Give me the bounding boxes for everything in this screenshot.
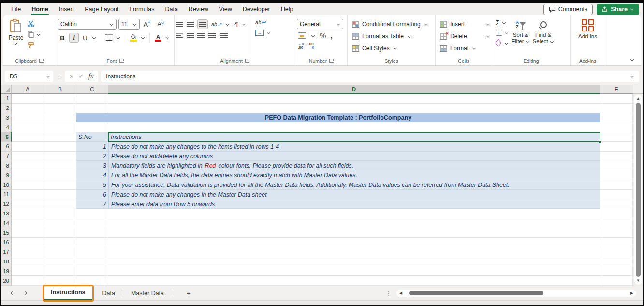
column-header[interactable]: C [76, 85, 108, 94]
row-header[interactable]: 15 [1, 228, 12, 238]
confirm-entry-button[interactable]: ✓ [78, 73, 84, 80]
scroll-right-icon[interactable]: ▶ [630, 291, 633, 295]
instruction-row[interactable]: 5 For your assistance, Data validation i… [76, 180, 600, 190]
name-box-chevron-icon[interactable] [46, 75, 50, 78]
shrink-font-button[interactable]: A [155, 21, 167, 28]
row-header[interactable]: 8 [1, 161, 12, 171]
accounting-chevron-icon[interactable] [311, 34, 315, 38]
scroll-left-icon[interactable]: ◀ [399, 291, 402, 295]
scroll-down-icon[interactable]: ▼ [636, 278, 640, 283]
align-center-button[interactable] [187, 33, 194, 38]
clear-button[interactable] [496, 39, 509, 46]
find-select-button[interactable]: Find & Select [533, 19, 554, 56]
format-cells-button[interactable]: Format [440, 43, 490, 53]
row-header[interactable]: 1 [1, 94, 12, 104]
instruction-row[interactable]: 4 For all the Master Data fields, the da… [76, 170, 600, 180]
font-name-combo[interactable]: Calibri [58, 19, 117, 30]
grow-font-button[interactable]: A [142, 20, 153, 28]
ribbon-tab[interactable]: Formulas [124, 3, 160, 15]
formula-input[interactable]: Instructions [101, 71, 639, 82]
underline-button[interactable]: U [82, 34, 88, 42]
font-color-chevron-icon[interactable] [166, 36, 170, 40]
font-color-button[interactable]: A [154, 34, 162, 42]
text-direction-button[interactable]: ›¶ [233, 21, 238, 27]
row-header[interactable]: 3 [1, 113, 12, 123]
align-right-button[interactable] [197, 33, 205, 38]
percent-style-button[interactable]: % [320, 31, 326, 40]
vertical-scrollbar[interactable]: ▲ ▼ [633, 94, 643, 286]
addins-button[interactable]: Add-ins [578, 18, 597, 56]
increase-decimal-button[interactable]: ←0.00 [298, 42, 304, 50]
alignment-dialog-launcher-icon[interactable] [245, 59, 249, 63]
row-header[interactable]: 18 [1, 257, 12, 267]
number-format-combo[interactable]: General [297, 19, 343, 29]
copy-icon[interactable] [28, 31, 34, 38]
column-header[interactable]: B [44, 85, 76, 94]
row-header[interactable]: 4 [1, 122, 12, 132]
sheet-tab-master-data[interactable]: Master Data [123, 286, 172, 300]
sheet-tab-instructions[interactable]: Instructions [44, 286, 92, 300]
cells-area[interactable]: PEFO Data Migration Template : Portfolio… [12, 94, 633, 286]
insert-function-button[interactable]: fx [88, 73, 93, 80]
expand-formula-bar-icon[interactable] [630, 75, 634, 78]
row-header[interactable]: 6 [1, 142, 12, 152]
merge-chevron-icon[interactable] [267, 31, 271, 35]
fill-color-chevron-icon[interactable] [141, 36, 145, 40]
title-banner-cell[interactable]: PEFO Data Migration Template : Portfolio… [76, 113, 600, 123]
row-header[interactable]: 9 [1, 170, 12, 180]
comments-button[interactable]: Comments [543, 4, 593, 15]
underline-chevron-icon[interactable] [92, 36, 96, 40]
cancel-entry-button[interactable]: × [70, 73, 73, 80]
number-dialog-launcher-icon[interactable] [329, 59, 334, 63]
instruction-row[interactable]: 6 Please do not make any changes in the … [76, 190, 600, 199]
sort-filter-button[interactable]: AZ Sort & Filter [512, 19, 530, 56]
row-header[interactable]: 14 [1, 218, 12, 228]
align-left-button[interactable] [176, 33, 183, 38]
borders-button[interactable] [105, 34, 113, 41]
column-header[interactable]: E [600, 85, 633, 94]
orientation-button[interactable]: ab↗ [211, 21, 221, 28]
accounting-format-button[interactable] [298, 32, 306, 39]
instruction-row[interactable]: 7 Please enter data from Row 5 onwards [76, 199, 600, 209]
instruction-row[interactable]: 2 Please do not add/delete any columns [76, 152, 600, 161]
ribbon-tab[interactable]: File [6, 3, 26, 15]
horizontal-scroll-thumb[interactable] [409, 291, 543, 295]
fill-color-button[interactable] [130, 34, 137, 42]
select-all-corner[interactable] [1, 85, 12, 94]
format-as-table-button[interactable]: Format as Table [352, 31, 434, 41]
copy-chevron-icon[interactable] [37, 32, 41, 36]
scroll-up-icon[interactable]: ▲ [636, 96, 640, 101]
column-header[interactable]: A [12, 85, 44, 94]
sno-header-cell[interactable]: S.No [78, 132, 107, 142]
next-sheet-icon[interactable] [24, 291, 28, 295]
row-header[interactable]: 12 [1, 199, 12, 209]
ribbon-tab[interactable]: Help [276, 3, 299, 15]
conditional-formatting-button[interactable]: Conditional Formatting [352, 19, 434, 29]
ribbon-tab[interactable]: Home [26, 3, 54, 15]
cell-styles-button[interactable]: Cell Styles [352, 43, 434, 53]
formula-bar-drag-handle[interactable]: ⋮ [56, 74, 62, 79]
decrease-indent-button[interactable] [208, 33, 216, 38]
row-header[interactable]: 13 [1, 209, 12, 219]
row-header[interactable]: 16 [1, 238, 12, 247]
autosum-button[interactable]: Σ [496, 19, 506, 26]
vertical-scroll-thumb[interactable] [636, 103, 641, 277]
row-header[interactable]: 17 [1, 247, 12, 257]
selected-cell-d5[interactable]: Instructions [111, 132, 141, 142]
decrease-decimal-button[interactable]: .00→0 [308, 42, 314, 50]
cut-icon[interactable] [28, 20, 34, 27]
row-header[interactable]: 11 [1, 190, 12, 199]
row-header[interactable]: 10 [1, 180, 12, 190]
borders-chevron-icon[interactable] [117, 36, 120, 40]
new-sheet-button[interactable]: + [187, 289, 191, 297]
italic-button-active[interactable]: I [69, 33, 79, 43]
row-header[interactable]: 5 [1, 132, 12, 142]
tabbar-splitter[interactable]: ⋮ [386, 291, 392, 296]
insert-cells-button[interactable]: Insert [440, 19, 490, 29]
instruction-row[interactable]: 3 Mandatory fields are highlighted inRed… [76, 161, 600, 171]
merge-center-button[interactable]: ↔ [255, 30, 264, 36]
ribbon-tab[interactable]: View [214, 3, 237, 15]
paste-button[interactable]: Paste [4, 18, 28, 56]
ribbon-tab[interactable]: Page Layout [79, 3, 124, 15]
delete-cells-button[interactable]: Delete [440, 31, 490, 41]
